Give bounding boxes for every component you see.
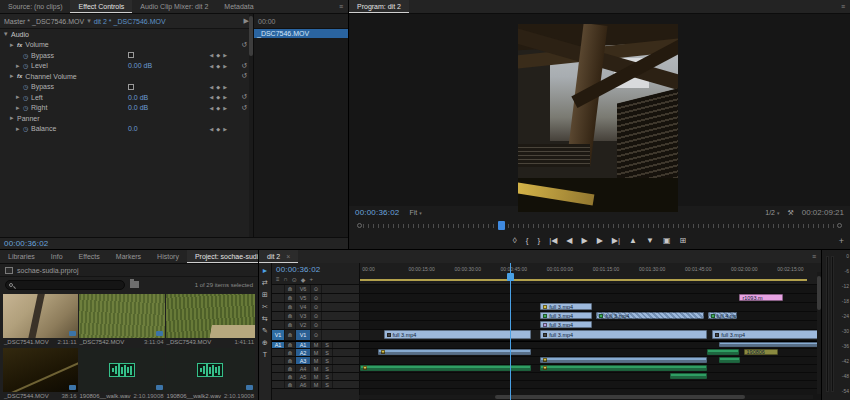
clip-v1-full-3-mp4[interactable]: full 3.mp4 [384,330,531,339]
video-thumbnail[interactable] [166,294,255,338]
toggle-animation-icon[interactable]: ◷ [23,62,31,69]
timeline-ruler[interactable]: 00:0000:00:15:0000:00:30:0000:00:45:0000… [360,263,821,285]
mini-timeline-clip-bar[interactable]: _DSC7546.MOV [254,29,348,38]
lock-icon[interactable]: ⋒ [285,330,296,340]
solo-button[interactable]: S [322,365,333,372]
mute-button[interactable]: M [311,373,322,380]
param-row-bypass[interactable]: ◷Bypass◀◆▶ [0,50,253,61]
track-lane-a6[interactable] [360,381,821,389]
slip-tool[interactable]: ⇆ [262,315,268,322]
track-name-a2[interactable]: A2 [296,349,311,356]
project-item-dsc7544-mov[interactable]: _DSC7544.MOV38:16 [3,348,78,400]
lock-icon[interactable]: ⋒ [285,303,296,311]
reset-parameter-icon[interactable]: ↺ [241,62,247,70]
previous-keyframe-icon[interactable]: ◀ [209,105,213,111]
track-lane-v6[interactable] [360,285,821,294]
track-name-v1[interactable]: V1 [296,330,311,340]
track-name-a3[interactable]: A3 [296,357,311,364]
eye-icon[interactable]: ⊙ [311,303,322,311]
tab-project-markers[interactable]: Markers [108,250,149,263]
toggle-animation-icon[interactable]: ◷ [23,52,31,59]
track-lane-v2[interactable]: full 3.mp4 [360,321,821,330]
param-value[interactable]: 0.0 [128,125,138,132]
twirl-icon[interactable]: ▸ [16,93,23,101]
project-item-190806-walk-wav[interactable]: 190806__walk.wav2:10.19008 [79,348,165,400]
lock-icon[interactable]: ⋒ [285,294,296,302]
effect-controls-timecode[interactable]: 00:00:36:02 [4,239,48,248]
video-thumbnail[interactable] [79,294,165,338]
param-row-audio[interactable]: ▾Audio [0,29,253,40]
selection-tool[interactable]: ► [262,267,269,274]
go-to-in-button[interactable]: |◀ [549,234,557,248]
sequence-clip-label[interactable]: dit 2 * _DSC7546.MOV [94,18,166,25]
twirl-icon[interactable]: ▸ [16,104,23,112]
lock-icon[interactable]: ⋒ [285,349,296,356]
track-name-a1[interactable]: A1 [296,342,311,348]
export-frame-button[interactable]: ▣ [663,234,671,248]
project-file-name[interactable]: sochae-sudia.prproj [17,267,78,274]
folder-icon[interactable] [130,281,139,288]
mark-in-button[interactable]: { [526,234,529,248]
param-row-balance[interactable]: ▸◷Balance0.0◀◆▶ [0,124,253,135]
lock-icon[interactable]: ⋒ [285,342,296,348]
video-thumbnail[interactable] [3,348,78,392]
previous-keyframe-icon[interactable]: ◀ [209,94,213,100]
clip-v3-full-3-mp4[interactable]: full 3.mp4 [540,312,592,319]
toggle-animation-icon[interactable]: ◷ [23,94,31,101]
mute-button[interactable]: M [311,349,322,356]
program-playhead[interactable] [498,221,505,230]
solo-button[interactable]: S [322,357,333,364]
lock-icon[interactable]: ⋒ [285,357,296,364]
clip-a3-ablue[interactable] [540,357,707,363]
eye-icon[interactable]: ⊙ [311,285,322,293]
video-thumbnail[interactable] [3,294,78,338]
tab-ec-metadata[interactable]: Metadata [216,0,261,13]
snap-icon[interactable]: ∩ [284,276,288,283]
twirl-icon[interactable]: ▾ [4,30,11,38]
project-item-dsc7541-mov[interactable]: _DSC7541.MOV2:11:11 [3,294,78,347]
param-row-level[interactable]: ▸◷Level0.00 dB◀◆▶↺ [0,61,253,72]
next-keyframe-icon[interactable]: ▶ [223,105,227,111]
timeline-menu-icon[interactable]: ≡ [276,276,280,283]
track-lane-v5[interactable]: r1093.m [360,294,821,303]
go-to-out-button[interactable]: ▶| [612,234,620,248]
reset-parameter-icon[interactable]: ↺ [241,72,247,80]
project-item-dsc7542-mov[interactable]: _DSC7542.MOV3:11:04 [79,294,165,347]
clip-a1-ablue[interactable] [719,342,821,347]
toggle-animation-icon[interactable]: ◷ [23,83,31,90]
add-keyframe-icon[interactable]: ◆ [216,126,220,132]
source-patch-a6[interactable] [272,381,285,388]
program-timecode[interactable]: 00:00:36:02 [355,208,399,217]
eye-icon[interactable]: ⊙ [311,312,322,320]
track-lane-a2[interactable]: 190806 [360,349,821,357]
track-name-v5[interactable]: V5 [296,294,311,302]
lock-icon[interactable]: ⋒ [285,373,296,380]
mute-button[interactable]: M [311,357,322,364]
tab-project-libraries[interactable]: Libraries [0,250,43,263]
tab-ec-audio-clip-mixer-dit-2[interactable]: Audio Clip Mixer: dit 2 [132,0,216,13]
track-lane-a1[interactable] [360,341,821,349]
lock-icon[interactable]: ⋒ [285,365,296,372]
mute-button[interactable]: M [311,342,322,348]
tab-program[interactable]: Program: dit 2 [349,0,409,13]
bypass-checkbox[interactable] [128,52,134,58]
track-lane-v3[interactable]: full 3.mp4full 3.mp4full 4.mp4 [360,312,821,321]
next-keyframe-icon[interactable]: ▶ [223,63,227,69]
twirl-icon[interactable]: ▸ [10,41,17,49]
twirl-icon[interactable]: ▸ [10,114,17,122]
linked-selection-icon[interactable]: ⊙ [292,276,297,283]
lock-icon[interactable]: ⋒ [285,285,296,293]
track-lane-a5[interactable] [360,373,821,381]
eye-icon[interactable]: ⊙ [311,330,322,340]
clip-a4-green[interactable] [360,365,531,371]
panel-menu-icon[interactable]: ≡ [836,0,850,13]
next-keyframe-icon[interactable]: ▶ [223,52,227,58]
twirl-icon[interactable]: ▸ [16,125,23,133]
effect-row-channel-volume[interactable]: ▸fxChannel Volume↺ [0,71,253,82]
comparison-view-button[interactable]: ⊞ [679,234,686,248]
track-lane-v4[interactable]: full 3.mp4 [360,303,821,312]
razor-tool[interactable]: ✂ [262,303,268,310]
track-name-v3[interactable]: V3 [296,312,311,320]
clip-a2-green[interactable] [707,349,739,355]
param-row-bypass[interactable]: ◷Bypass◀◆▶ [0,82,253,93]
